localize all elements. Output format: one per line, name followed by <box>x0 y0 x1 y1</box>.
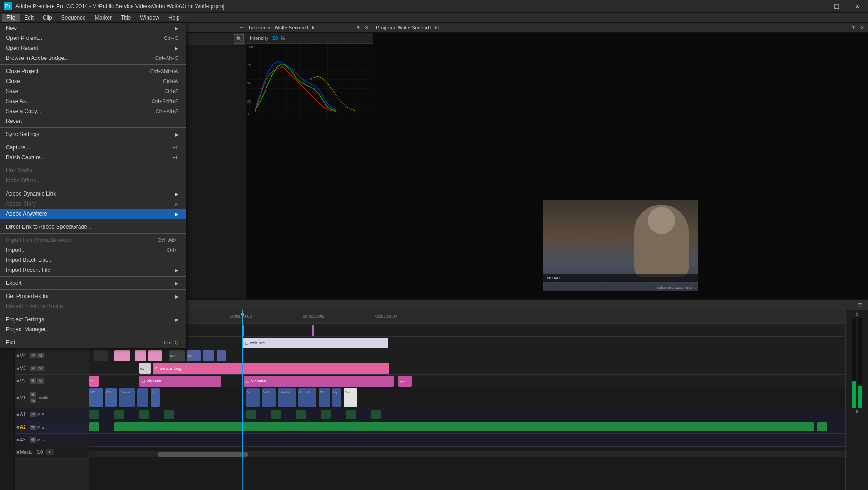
v4-clip-aer1[interactable]: Aer <box>187 350 201 361</box>
v1-toggle[interactable]: 👁 <box>30 392 36 397</box>
a2-start-clip[interactable] <box>89 422 99 431</box>
a1-sync-btn[interactable]: ■ <box>16 412 19 417</box>
menu-browse-bridge[interactable]: Browse in Adobe Bridge... Ctrl+Alt+O <box>0 53 186 63</box>
help-menu-item[interactable]: Help <box>164 14 184 22</box>
v1-mv1c[interactable]: MV1 <box>319 388 330 407</box>
v4-clip-aeri1[interactable]: Aeri <box>169 350 185 361</box>
prog-close-btn[interactable]: ✕ <box>859 24 865 31</box>
v1-mute[interactable]: M <box>30 398 36 403</box>
v4-clip3[interactable] <box>135 350 146 361</box>
timeline-scrollbar-area[interactable] <box>89 451 845 457</box>
a1-clip6[interactable] <box>271 410 281 419</box>
v2-vi-clip[interactable]: Vi <box>89 376 99 387</box>
menu-import-recent-file[interactable]: Import Recent File ▶ <box>0 265 186 275</box>
menu-import-from-browser[interactable]: Import from Media Browser Ctrl+Alt+I <box>0 235 186 245</box>
menu-link-media[interactable]: Link Media... <box>0 166 186 176</box>
a1-clip3[interactable] <box>139 410 149 419</box>
a1-clip8[interactable] <box>321 410 331 419</box>
v1-mv1[interactable]: MV <box>89 388 103 407</box>
v2-mute[interactable]: M <box>37 378 44 384</box>
intensity-value[interactable]: 50 <box>272 35 278 41</box>
menu-batch-capture[interactable]: Batch Capture... F6 <box>0 152 186 162</box>
v4-sync-btn[interactable]: ■ <box>16 353 19 358</box>
a1-clip2[interactable] <box>114 410 124 419</box>
menu-get-properties[interactable]: Get Properties for ▶ <box>0 291 186 301</box>
close-button[interactable]: ✕ <box>847 0 868 13</box>
ref-settings-btn[interactable]: ▼ <box>355 24 362 31</box>
menu-adobe-story[interactable]: Adobe Story ▶ <box>0 199 186 209</box>
menu-close-project[interactable]: Close Project Ctrl+Shift+W <box>0 66 186 76</box>
a2-main-clip[interactable] <box>114 422 814 431</box>
v1-col[interactable]: Col <box>344 388 357 407</box>
v4-clip-aer3[interactable] <box>217 350 226 361</box>
v4-clip4[interactable] <box>148 350 162 361</box>
search-btn[interactable]: 🔍 <box>234 34 244 44</box>
minimize-button[interactable]: – <box>805 0 826 13</box>
v1-my[interactable]: My <box>332 388 341 407</box>
menu-make-offline[interactable]: Make Offline... <box>0 176 186 186</box>
v2-gra-clip[interactable]: gra <box>398 376 412 387</box>
panel-settings-btn[interactable]: ☰ <box>855 302 864 309</box>
menu-save-as[interactable]: Save As... Ctrl+Shift+S <box>0 96 186 106</box>
v1-johnw3[interactable]: John W <box>298 388 316 407</box>
menu-adobe-anywhere[interactable]: Adobe Anywhere ▶ <box>0 209 186 219</box>
a1-clip5[interactable] <box>246 410 256 419</box>
v1-sync-btn[interactable]: ■ <box>16 395 19 400</box>
menu-reveal-bridge[interactable]: Reveal in Adobe Bridge... <box>0 301 186 311</box>
menu-direct-link-speedgrade[interactable]: Direct Link to Adobe SpeedGrade... <box>0 222 186 232</box>
v1-johnw1[interactable]: John W <box>119 388 135 407</box>
a1-clip1[interactable] <box>89 410 99 419</box>
a1-clip9[interactable] <box>346 410 356 419</box>
v2-sync-btn[interactable]: ■ <box>16 378 19 383</box>
v2-vignette1[interactable]: ▢ Vignette <box>139 376 221 387</box>
master-sync-btn[interactable]: ■ <box>16 450 19 455</box>
menu-import-batch-list[interactable]: Import Batch List... <box>0 255 186 265</box>
a1-clip4[interactable] <box>164 410 174 419</box>
v4-clip-aer2[interactable] <box>203 350 214 361</box>
a1-toggle[interactable]: 👁 <box>30 412 36 417</box>
v1-jc[interactable]: Jc <box>151 388 160 407</box>
edit-menu-item[interactable]: Edit <box>20 14 38 22</box>
menu-exit[interactable]: Exit Ctrl+Q <box>0 338 186 348</box>
v3-stetson-clip[interactable]: ▢ stetson bug <box>153 363 389 374</box>
a1-clip10[interactable] <box>371 410 381 419</box>
v1-m1[interactable]: M <box>246 388 260 407</box>
menu-new[interactable]: New ▶ <box>0 23 186 33</box>
menu-project-manager[interactable]: Project Manager... <box>0 324 186 334</box>
a2-sync-btn[interactable]: ■ <box>16 425 19 430</box>
v2-vignette2[interactable]: ▢ Vignette <box>244 376 394 387</box>
a2-end-clip[interactable] <box>817 422 827 431</box>
window-controls[interactable]: – ☐ ✕ <box>805 0 868 13</box>
menu-import[interactable]: Import... Ctrl+I <box>0 245 186 255</box>
a1-clip7[interactable] <box>296 410 306 419</box>
v2-toggle[interactable]: 👁 <box>30 378 36 384</box>
marker-menu-item[interactable]: Marker <box>90 14 116 22</box>
maximize-button[interactable]: ☐ <box>826 0 847 13</box>
menu-project-settings[interactable]: Project Settings ▶ <box>0 314 186 324</box>
menu-open-recent[interactable]: Open Recent ▶ <box>0 43 186 53</box>
v1-mv1b[interactable]: MV1 <box>262 388 276 407</box>
a3-toggle[interactable]: 👁 <box>30 437 36 443</box>
clip-menu-item[interactable]: Clip <box>38 14 57 22</box>
file-menu-item[interactable]: File <box>2 14 20 22</box>
menu-sync-settings[interactable]: Sync Settings ▶ <box>0 129 186 139</box>
title-menu-item[interactable]: Title <box>116 14 135 22</box>
menu-revert[interactable]: Revert <box>0 116 186 126</box>
v3-inv-clip[interactable]: Inv <box>139 363 151 374</box>
menu-close[interactable]: Close Ctrl+W <box>0 76 186 86</box>
menu-save-copy[interactable]: Save a Copy... Ctrl+Alt+S <box>0 106 186 116</box>
v4-toggle[interactable]: 👁 <box>30 353 36 358</box>
menu-save[interactable]: Save Ctrl+S <box>0 86 186 96</box>
v1-joh[interactable]: Joh <box>137 388 148 407</box>
v3-mute[interactable]: M <box>37 366 44 371</box>
v3-toggle[interactable]: 👁 <box>30 366 36 371</box>
menu-export[interactable]: Export ▶ <box>0 278 186 288</box>
sequence-menu-item[interactable]: Sequence <box>57 14 90 22</box>
menu-capture[interactable]: Capture... F5 <box>0 142 186 152</box>
v3-sync-btn[interactable]: ■ <box>16 366 19 371</box>
v6-clip2[interactable] <box>312 325 314 336</box>
timeline-scrollbar-thumb[interactable] <box>158 452 248 457</box>
v4-mute[interactable]: M <box>37 353 44 358</box>
v4-clip2[interactable] <box>114 350 130 361</box>
a3-sync-btn[interactable]: ■ <box>16 437 19 442</box>
